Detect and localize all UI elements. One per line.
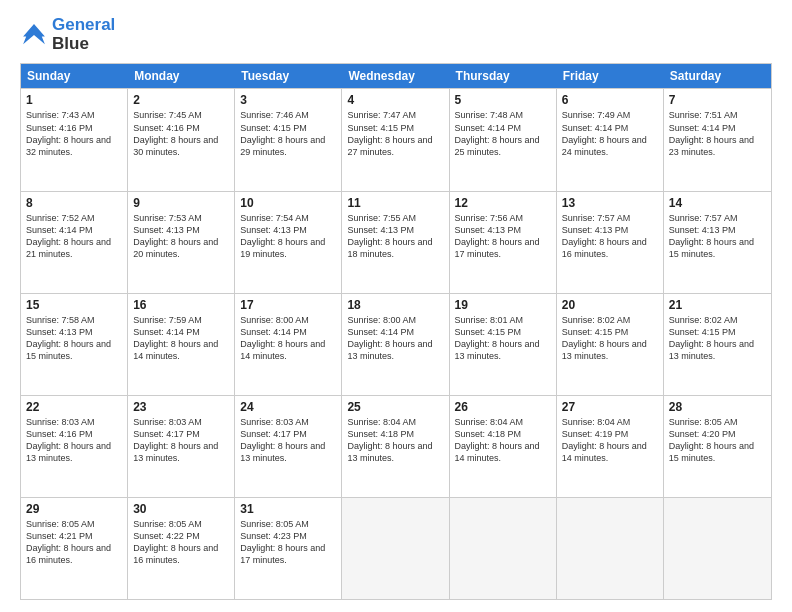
daylight-line: Daylight: 8 hours and 16 minutes.: [562, 236, 658, 260]
day-cell-21: 21Sunrise: 8:02 AMSunset: 4:15 PMDayligh…: [664, 294, 771, 395]
calendar-row-5: 29Sunrise: 8:05 AMSunset: 4:21 PMDayligh…: [21, 497, 771, 599]
calendar-row-3: 15Sunrise: 7:58 AMSunset: 4:13 PMDayligh…: [21, 293, 771, 395]
day-cell-28: 28Sunrise: 8:05 AMSunset: 4:20 PMDayligh…: [664, 396, 771, 497]
sunrise-line: Sunrise: 8:03 AM: [133, 416, 229, 428]
day-number: 25: [347, 400, 443, 414]
sunset-line: Sunset: 4:17 PM: [240, 428, 336, 440]
sunset-line: Sunset: 4:14 PM: [26, 224, 122, 236]
daylight-line: Daylight: 8 hours and 15 minutes.: [26, 338, 122, 362]
empty-cell: [664, 498, 771, 599]
day-cell-11: 11Sunrise: 7:55 AMSunset: 4:13 PMDayligh…: [342, 192, 449, 293]
day-number: 28: [669, 400, 766, 414]
daylight-line: Daylight: 8 hours and 16 minutes.: [133, 542, 229, 566]
daylight-line: Daylight: 8 hours and 30 minutes.: [133, 134, 229, 158]
day-number: 11: [347, 196, 443, 210]
day-number: 6: [562, 93, 658, 107]
day-number: 26: [455, 400, 551, 414]
sunrise-line: Sunrise: 7:59 AM: [133, 314, 229, 326]
day-cell-20: 20Sunrise: 8:02 AMSunset: 4:15 PMDayligh…: [557, 294, 664, 395]
day-number: 12: [455, 196, 551, 210]
day-number: 19: [455, 298, 551, 312]
day-cell-29: 29Sunrise: 8:05 AMSunset: 4:21 PMDayligh…: [21, 498, 128, 599]
day-number: 17: [240, 298, 336, 312]
day-cell-9: 9Sunrise: 7:53 AMSunset: 4:13 PMDaylight…: [128, 192, 235, 293]
day-number: 8: [26, 196, 122, 210]
sunrise-line: Sunrise: 8:05 AM: [240, 518, 336, 530]
sunrise-line: Sunrise: 8:03 AM: [240, 416, 336, 428]
sunset-line: Sunset: 4:14 PM: [240, 326, 336, 338]
sunrise-line: Sunrise: 7:53 AM: [133, 212, 229, 224]
daylight-line: Daylight: 8 hours and 17 minutes.: [455, 236, 551, 260]
sunset-line: Sunset: 4:13 PM: [562, 224, 658, 236]
daylight-line: Daylight: 8 hours and 15 minutes.: [669, 440, 766, 464]
day-cell-7: 7Sunrise: 7:51 AMSunset: 4:14 PMDaylight…: [664, 89, 771, 190]
sunrise-line: Sunrise: 7:57 AM: [669, 212, 766, 224]
sunrise-line: Sunrise: 8:00 AM: [347, 314, 443, 326]
empty-cell: [450, 498, 557, 599]
day-number: 13: [562, 196, 658, 210]
day-number: 21: [669, 298, 766, 312]
daylight-line: Daylight: 8 hours and 19 minutes.: [240, 236, 336, 260]
day-cell-26: 26Sunrise: 8:04 AMSunset: 4:18 PMDayligh…: [450, 396, 557, 497]
sunrise-line: Sunrise: 8:00 AM: [240, 314, 336, 326]
day-cell-24: 24Sunrise: 8:03 AMSunset: 4:17 PMDayligh…: [235, 396, 342, 497]
daylight-line: Daylight: 8 hours and 13 minutes.: [455, 338, 551, 362]
sunrise-line: Sunrise: 7:46 AM: [240, 109, 336, 121]
sunrise-line: Sunrise: 8:02 AM: [669, 314, 766, 326]
sunset-line: Sunset: 4:15 PM: [347, 122, 443, 134]
daylight-line: Daylight: 8 hours and 16 minutes.: [26, 542, 122, 566]
sunrise-line: Sunrise: 8:05 AM: [133, 518, 229, 530]
day-cell-22: 22Sunrise: 8:03 AMSunset: 4:16 PMDayligh…: [21, 396, 128, 497]
day-number: 24: [240, 400, 336, 414]
header-day-wednesday: Wednesday: [342, 64, 449, 88]
daylight-line: Daylight: 8 hours and 13 minutes.: [562, 338, 658, 362]
sunrise-line: Sunrise: 7:49 AM: [562, 109, 658, 121]
header-day-saturday: Saturday: [664, 64, 771, 88]
day-cell-16: 16Sunrise: 7:59 AMSunset: 4:14 PMDayligh…: [128, 294, 235, 395]
daylight-line: Daylight: 8 hours and 25 minutes.: [455, 134, 551, 158]
calendar-row-2: 8Sunrise: 7:52 AMSunset: 4:14 PMDaylight…: [21, 191, 771, 293]
header-day-thursday: Thursday: [450, 64, 557, 88]
sunset-line: Sunset: 4:13 PM: [455, 224, 551, 236]
sunrise-line: Sunrise: 8:01 AM: [455, 314, 551, 326]
sunrise-line: Sunrise: 7:52 AM: [26, 212, 122, 224]
page: General Blue SundayMondayTuesdayWednesda…: [0, 0, 792, 612]
sunset-line: Sunset: 4:20 PM: [669, 428, 766, 440]
daylight-line: Daylight: 8 hours and 14 minutes.: [133, 338, 229, 362]
day-cell-2: 2Sunrise: 7:45 AMSunset: 4:16 PMDaylight…: [128, 89, 235, 190]
svg-marker-0: [23, 24, 45, 44]
header-day-monday: Monday: [128, 64, 235, 88]
day-number: 1: [26, 93, 122, 107]
sunrise-line: Sunrise: 7:58 AM: [26, 314, 122, 326]
sunset-line: Sunset: 4:14 PM: [562, 122, 658, 134]
sunrise-line: Sunrise: 7:54 AM: [240, 212, 336, 224]
sunrise-line: Sunrise: 8:02 AM: [562, 314, 658, 326]
sunset-line: Sunset: 4:14 PM: [455, 122, 551, 134]
daylight-line: Daylight: 8 hours and 13 minutes.: [347, 338, 443, 362]
day-number: 10: [240, 196, 336, 210]
header-day-sunday: Sunday: [21, 64, 128, 88]
sunset-line: Sunset: 4:18 PM: [455, 428, 551, 440]
day-cell-15: 15Sunrise: 7:58 AMSunset: 4:13 PMDayligh…: [21, 294, 128, 395]
daylight-line: Daylight: 8 hours and 20 minutes.: [133, 236, 229, 260]
day-cell-14: 14Sunrise: 7:57 AMSunset: 4:13 PMDayligh…: [664, 192, 771, 293]
day-cell-30: 30Sunrise: 8:05 AMSunset: 4:22 PMDayligh…: [128, 498, 235, 599]
sunrise-line: Sunrise: 7:57 AM: [562, 212, 658, 224]
day-cell-5: 5Sunrise: 7:48 AMSunset: 4:14 PMDaylight…: [450, 89, 557, 190]
day-number: 31: [240, 502, 336, 516]
sunrise-line: Sunrise: 8:04 AM: [347, 416, 443, 428]
sunset-line: Sunset: 4:13 PM: [669, 224, 766, 236]
day-number: 9: [133, 196, 229, 210]
day-number: 3: [240, 93, 336, 107]
sunset-line: Sunset: 4:15 PM: [669, 326, 766, 338]
day-cell-8: 8Sunrise: 7:52 AMSunset: 4:14 PMDaylight…: [21, 192, 128, 293]
day-number: 16: [133, 298, 229, 312]
sunset-line: Sunset: 4:13 PM: [133, 224, 229, 236]
sunrise-line: Sunrise: 8:05 AM: [669, 416, 766, 428]
header: General Blue: [20, 16, 772, 53]
day-cell-10: 10Sunrise: 7:54 AMSunset: 4:13 PMDayligh…: [235, 192, 342, 293]
sunset-line: Sunset: 4:13 PM: [347, 224, 443, 236]
sunrise-line: Sunrise: 8:03 AM: [26, 416, 122, 428]
sunrise-line: Sunrise: 7:43 AM: [26, 109, 122, 121]
daylight-line: Daylight: 8 hours and 13 minutes.: [669, 338, 766, 362]
